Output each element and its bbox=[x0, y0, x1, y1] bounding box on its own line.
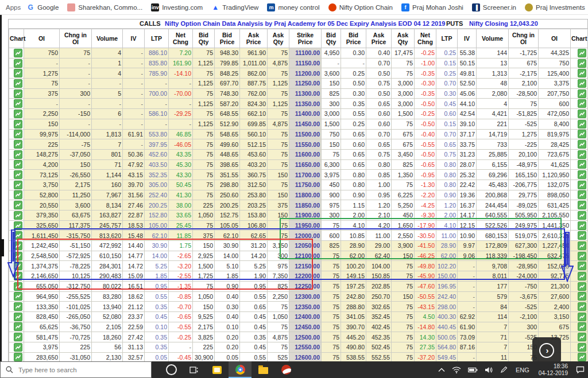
puts-chart-cell[interactable] bbox=[571, 231, 588, 241]
calls-chart-cell[interactable] bbox=[9, 251, 24, 261]
calls-chart-cell[interactable] bbox=[9, 48, 24, 59]
puts-chart-cell[interactable] bbox=[571, 342, 588, 352]
strike-price-cell: 11650.00 bbox=[289, 159, 322, 170]
search-input[interactable] bbox=[17, 366, 134, 374]
calls-chart-cell[interactable] bbox=[9, 139, 24, 150]
puts-chart-cell[interactable] bbox=[571, 139, 588, 150]
puts-chng-oi-cell: -89,025 bbox=[509, 200, 539, 211]
chrome-button[interactable] bbox=[229, 361, 252, 378]
floating-next-widget[interactable]: › bbox=[532, 337, 561, 363]
calls-chart-cell[interactable] bbox=[9, 281, 24, 291]
puts-chart-cell[interactable] bbox=[571, 109, 588, 119]
puts-chart-cell[interactable] bbox=[571, 211, 588, 221]
file-explorer-button[interactable] bbox=[252, 361, 274, 378]
puts-chart-cell[interactable] bbox=[571, 302, 588, 312]
calls-chart-cell[interactable] bbox=[9, 302, 24, 312]
calls-chart-cell[interactable] bbox=[9, 159, 24, 170]
puts-chart-cell[interactable] bbox=[571, 281, 588, 291]
action-center-button[interactable] bbox=[572, 361, 588, 378]
puts-chart-cell[interactable] bbox=[571, 241, 588, 251]
calls-chart-cell[interactable] bbox=[9, 99, 24, 109]
calls-chart-cell[interactable] bbox=[9, 220, 24, 231]
volume-button[interactable] bbox=[481, 361, 497, 378]
calls-chart-cell[interactable] bbox=[9, 119, 24, 129]
calls-chart-cell[interactable] bbox=[9, 200, 24, 211]
puts-chart-cell[interactable] bbox=[571, 291, 588, 302]
puts-chart-cell[interactable] bbox=[571, 261, 588, 271]
calls-chart-cell[interactable] bbox=[9, 79, 24, 89]
calls-chart-cell[interactable] bbox=[9, 311, 24, 322]
calls-chart-cell[interactable] bbox=[9, 149, 24, 159]
calls-chart-cell[interactable] bbox=[9, 322, 24, 332]
cortana-button[interactable] bbox=[160, 361, 183, 378]
puts-chart-cell[interactable] bbox=[571, 58, 588, 68]
calls-chart-cell[interactable] bbox=[9, 291, 24, 302]
puts-chart-cell[interactable] bbox=[571, 271, 588, 282]
bookmark-screener[interactable]: ▐Screener.in bbox=[472, 3, 516, 11]
puts-chart-cell[interactable] bbox=[571, 99, 588, 109]
apps-label[interactable]: Apps bbox=[6, 4, 21, 11]
taskbar-search-box[interactable] bbox=[0, 361, 152, 378]
puts-chart-cell[interactable] bbox=[571, 79, 588, 89]
calls-chart-cell[interactable] bbox=[9, 241, 24, 251]
trading-app-button[interactable] bbox=[274, 361, 297, 378]
photos-app-button[interactable] bbox=[206, 361, 229, 378]
calls-ltp-cell: 0.10 bbox=[145, 322, 169, 332]
calls-chart-cell[interactable] bbox=[9, 211, 24, 221]
clock[interactable]: 18:36 04-12-2019 bbox=[534, 363, 572, 376]
bookmark-moneycontrol[interactable]: mmoney control bbox=[267, 3, 319, 11]
bookmark-nifty-option-chain[interactable]: Nifty Option Chain bbox=[328, 3, 393, 11]
bookmark-praj-investments[interactable]: Praj Investments bbox=[525, 3, 585, 11]
puts-chart-cell[interactable] bbox=[571, 322, 588, 332]
bookmark-investing[interactable]: invInvesting.com bbox=[151, 3, 203, 11]
puts-chng-oi-cell: 2,100 bbox=[509, 79, 539, 89]
bookmark-tradingview[interactable]: ▲TradingView bbox=[211, 3, 258, 11]
calls-chart-cell[interactable] bbox=[9, 231, 24, 241]
puts-chart-cell[interactable] bbox=[571, 251, 588, 261]
chart-icon bbox=[14, 49, 22, 57]
calls-chart-cell[interactable] bbox=[9, 180, 24, 190]
calls-chart-cell[interactable] bbox=[9, 332, 24, 342]
puts-chart-cell[interactable] bbox=[571, 170, 588, 180]
calls-chart-cell[interactable] bbox=[9, 170, 24, 180]
wifi-button[interactable] bbox=[448, 361, 465, 378]
puts-chart-cell[interactable] bbox=[571, 190, 588, 200]
puts-ask-price-cell: 62.40 bbox=[366, 251, 392, 261]
puts-chart-cell[interactable] bbox=[571, 332, 588, 342]
pen-button[interactable] bbox=[497, 361, 511, 378]
puts-chart-cell[interactable] bbox=[571, 311, 588, 322]
calls-chart-cell[interactable] bbox=[9, 190, 24, 200]
col-header-puts-ask-price: Ask Price bbox=[366, 29, 392, 48]
chart-icon bbox=[14, 231, 22, 240]
puts-chart-cell[interactable] bbox=[571, 68, 588, 79]
calls-chart-cell[interactable] bbox=[9, 68, 24, 79]
calls-chart-cell[interactable] bbox=[9, 88, 24, 99]
puts-chart-cell[interactable] bbox=[571, 159, 588, 170]
hidden-icons-button[interactable] bbox=[435, 361, 448, 378]
language-indicator[interactable]: ENG bbox=[511, 367, 534, 373]
task-view-button[interactable] bbox=[183, 361, 206, 378]
bookmark-sharekhan[interactable]: Sharekhan, Commo... bbox=[67, 3, 142, 11]
battery-button[interactable] bbox=[465, 361, 481, 378]
puts-chart-cell[interactable] bbox=[571, 88, 588, 99]
puts-chart-cell[interactable] bbox=[571, 200, 588, 211]
puts-chart-cell[interactable] bbox=[571, 119, 588, 129]
bookmark-google[interactable]: GGoogle bbox=[26, 3, 59, 11]
puts-chart-cell[interactable] bbox=[571, 149, 588, 159]
calls-chart-cell[interactable] bbox=[9, 58, 24, 68]
puts-chart-cell[interactable] bbox=[571, 220, 588, 231]
puts-chart-cell[interactable] bbox=[571, 48, 588, 59]
puts-chart-cell[interactable] bbox=[571, 180, 588, 190]
calls-chart-cell[interactable] bbox=[9, 271, 24, 282]
puts-chng-oi-cell: -48,975 bbox=[509, 159, 539, 170]
calls-chart-cell[interactable] bbox=[9, 109, 24, 119]
calls-chng-oi-cell: -70,725 bbox=[60, 332, 92, 342]
puts-ask-price-cell: 0.40 bbox=[366, 48, 392, 59]
puts-chart-cell[interactable] bbox=[571, 129, 588, 139]
calls-chart-cell[interactable] bbox=[9, 342, 24, 352]
chevron-right-circle-icon[interactable]: › bbox=[539, 343, 554, 358]
bookmark-praj-mohan-joshi[interactable]: fPraj Mohan Joshi bbox=[401, 3, 463, 11]
calls-chart-cell[interactable] bbox=[9, 261, 24, 271]
puts-bid-qty-cell: 900 bbox=[322, 190, 341, 200]
calls-chart-cell[interactable] bbox=[9, 129, 24, 139]
